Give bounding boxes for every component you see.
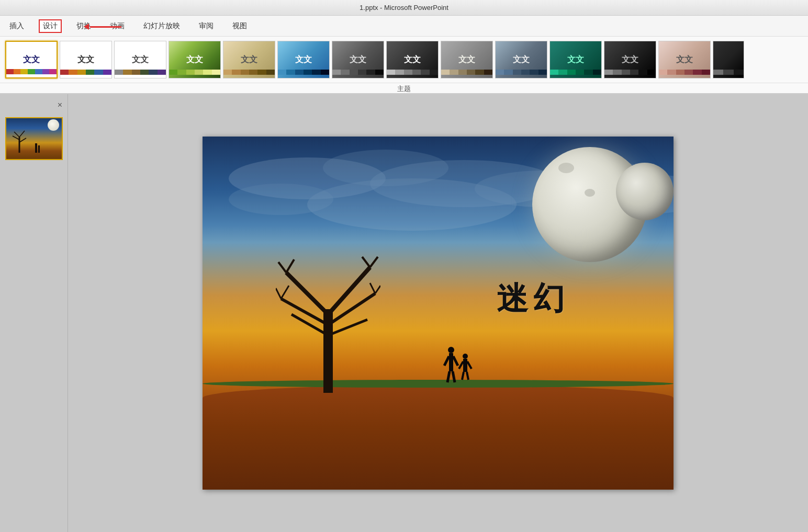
svg-rect-6 xyxy=(38,145,40,153)
arrow-line xyxy=(90,26,121,28)
grass xyxy=(203,380,674,388)
human-figures-icon xyxy=(443,346,475,388)
thumbnail-bg xyxy=(6,118,62,159)
menu-insert[interactable]: 插入 xyxy=(5,19,28,33)
theme-label-6: 文文 xyxy=(295,54,312,65)
theme-label-13: 文文 xyxy=(676,54,693,65)
ribbon: 文文 文文 文文 xyxy=(0,37,808,94)
svg-rect-31 xyxy=(449,353,453,371)
theme-label-9: 文文 xyxy=(458,54,475,65)
theme-label-10: 文文 xyxy=(513,54,530,65)
theme-color-strip-12 xyxy=(604,70,656,75)
menu-view[interactable]: 视图 xyxy=(228,19,251,33)
theme-item-3[interactable]: 文文 xyxy=(114,41,166,78)
thumbnail-figures-icon xyxy=(33,142,41,153)
svg-line-40 xyxy=(462,372,464,380)
titlebar: 1.pptx - Microsoft PowerPoint xyxy=(0,0,808,16)
svg-line-25 xyxy=(370,257,378,267)
svg-line-24 xyxy=(362,257,370,267)
svg-line-23 xyxy=(286,259,294,273)
theme-label-12: 文文 xyxy=(622,54,638,65)
theme-item-10[interactable]: 文文 xyxy=(495,41,547,78)
svg-line-22 xyxy=(278,262,286,273)
theme-item-1[interactable]: 文文 xyxy=(5,41,58,78)
svg-line-16 xyxy=(286,273,328,314)
title-text: 1.pptx - Microsoft PowerPoint xyxy=(360,4,448,12)
theme-color-strip-2 xyxy=(60,70,111,75)
menu-slideshow[interactable]: 幻灯片放映 xyxy=(139,19,184,33)
close-panel-button[interactable]: × xyxy=(55,99,65,111)
svg-line-35 xyxy=(453,371,455,382)
theme-item-7[interactable]: 文文 xyxy=(332,41,384,78)
svg-line-4 xyxy=(19,138,26,142)
svg-line-26 xyxy=(276,288,281,299)
svg-line-20 xyxy=(291,314,328,335)
theme-color-strip-5 xyxy=(223,70,275,75)
theme-item-8[interactable]: 文文 xyxy=(386,41,439,78)
theme-label-3: 文文 xyxy=(132,54,149,65)
theme-color-strip-11 xyxy=(550,70,601,75)
theme-label-11: 文文 xyxy=(567,54,584,65)
slide-title[interactable]: 迷幻 xyxy=(497,278,570,320)
theme-item-4[interactable]: 文文 xyxy=(169,41,221,78)
svg-line-39 xyxy=(467,361,472,369)
theme-color-strip-7 xyxy=(332,70,384,75)
svg-line-2 xyxy=(19,131,25,137)
svg-line-28 xyxy=(370,283,375,293)
theme-item-13[interactable]: 文文 xyxy=(658,41,711,78)
arrow-head-icon xyxy=(84,24,89,30)
canvas-area[interactable]: 迷幻 xyxy=(68,94,808,532)
menu-design[interactable]: 设计 xyxy=(39,19,62,33)
svg-point-30 xyxy=(448,347,454,353)
theme-color-strip-10 xyxy=(496,70,547,75)
tree-icon xyxy=(276,246,380,393)
svg-line-17 xyxy=(328,267,370,314)
theme-label-1: 文文 xyxy=(23,54,40,65)
theme-item-11[interactable]: 文文 xyxy=(549,41,602,78)
theme-color-strip-4 xyxy=(169,70,220,75)
annotation-arrow xyxy=(84,24,121,30)
theme-color-strip-13 xyxy=(659,70,710,75)
theme-label-4: 文文 xyxy=(186,54,203,65)
svg-rect-5 xyxy=(35,143,37,153)
theme-item-12[interactable]: 文文 xyxy=(604,41,656,78)
theme-item-5[interactable]: 文文 xyxy=(223,41,275,78)
svg-line-32 xyxy=(444,356,449,366)
theme-color-strip-8 xyxy=(387,70,438,75)
theme-label-2: 文文 xyxy=(77,54,94,65)
thumbnail-tree-icon xyxy=(12,127,27,153)
svg-line-34 xyxy=(447,371,450,382)
slide-panel: × xyxy=(0,94,68,532)
theme-color-strip-3 xyxy=(115,70,166,75)
svg-line-1 xyxy=(14,132,19,137)
svg-line-29 xyxy=(375,286,380,293)
theme-item-9[interactable]: 文文 xyxy=(441,41,493,78)
theme-row: 文文 文文 文文 xyxy=(0,37,808,83)
svg-line-41 xyxy=(467,372,468,380)
svg-point-36 xyxy=(463,354,468,359)
theme-color-strip-9 xyxy=(441,70,492,75)
theme-color-strip-6 xyxy=(278,70,329,75)
thumbnail-moon xyxy=(48,119,59,131)
theme-color-strip-1 xyxy=(6,69,57,74)
theme-item-14[interactable] xyxy=(713,41,744,78)
theme-color-strip-14 xyxy=(713,70,744,75)
theme-label-8: 文文 xyxy=(404,54,421,65)
theme-item-2[interactable]: 文文 xyxy=(60,41,112,78)
menu-review[interactable]: 审阅 xyxy=(195,19,218,33)
svg-rect-37 xyxy=(463,359,467,372)
svg-line-27 xyxy=(281,286,289,299)
svg-line-38 xyxy=(459,361,463,369)
theme-label-5: 文文 xyxy=(241,54,257,65)
main-area: × xyxy=(0,94,808,532)
theme-label-7: 文文 xyxy=(350,54,366,65)
theme-item-6[interactable]: 文文 xyxy=(277,41,330,78)
svg-line-33 xyxy=(453,356,458,366)
ground xyxy=(203,385,674,490)
moon-small xyxy=(616,163,674,220)
slide-canvas[interactable]: 迷幻 xyxy=(203,137,674,490)
slide-thumbnail-1[interactable] xyxy=(5,117,63,160)
